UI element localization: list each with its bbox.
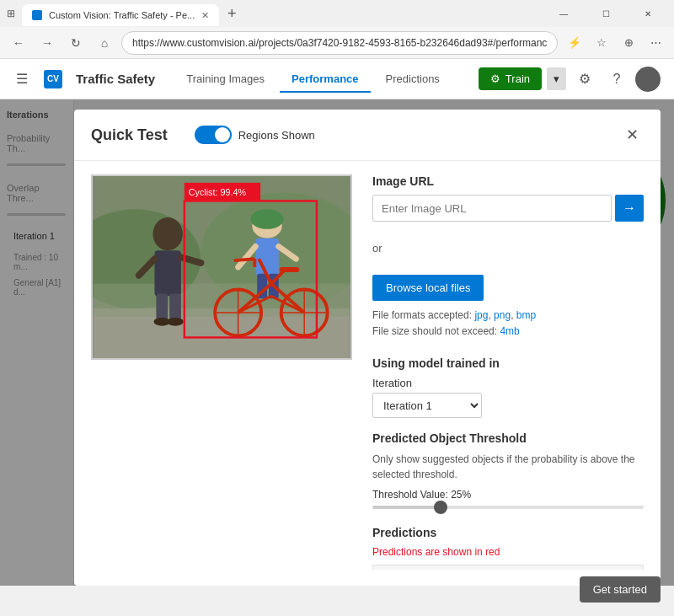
forward-button[interactable]: → [35,31,59,55]
threshold-description: Only show suggested objects if the proba… [372,452,644,482]
back-button[interactable]: ← [7,31,30,55]
threshold-title: Predicted Object Threshold [372,431,644,445]
file-formats-text: File formats accepted: [372,309,472,321]
preview-container: Cyclist: 99.4% [91,174,352,360]
quick-test-dropdown[interactable]: ▾ [547,67,566,90]
file-size-link[interactable]: 4mb [500,325,519,337]
browse-files-button[interactable]: Browse local files [372,275,484,301]
app-logo: CV [44,70,62,88]
threshold-slider-container [372,506,644,509]
modal-header: Quick Test Regions Shown ✕ [74,110,661,161]
nav-training-images[interactable]: Training Images [174,66,276,92]
using-model-section: Using model trained in Iteration Iterati… [372,356,644,418]
refresh-button[interactable]: ↻ [64,31,88,55]
modal-body: Cyclist: 99.4% Image URL → or Browse loc… [74,161,661,583]
predictions-table: Tag Probability Cyclist Cyclist 99.4% [372,565,644,570]
tab-favicon [32,10,42,20]
title-bar-controls: — ☐ ✕ [544,0,667,27]
url-input[interactable] [121,31,558,55]
url-go-button[interactable]: → [615,195,644,222]
maximize-button[interactable]: ☐ [586,0,625,27]
header-actions: ⚙ Train ▾ ⚙ ? [479,66,661,93]
threshold-section: Predicted Object Threshold Only show sug… [372,431,644,512]
svg-point-8 [153,217,183,250]
tag-column-header: Tag [373,565,527,570]
image-preview: Cyclist: 99.4% [91,174,352,570]
home-button[interactable]: ⌂ [93,31,116,55]
minimize-button[interactable]: — [544,0,583,27]
get-started-button[interactable]: Get started [580,576,661,603]
file-info: File formats accepted: jpg, png, bmp Fil… [372,308,644,340]
predictions-section: Predictions Predictions are shown in red… [372,526,644,570]
predictions-description: Predictions are shown in red [372,546,644,558]
train-button[interactable]: ⚙ Train [479,67,542,90]
svg-point-15 [167,318,184,326]
jpg-link[interactable]: jpg [474,309,488,321]
header-nav: Training Images Performance Predictions [174,66,452,92]
svg-text:Cyclist: 99.4%: Cyclist: 99.4% [189,187,247,197]
browser-title-bar: ⊞ Custom Vision: Traffic Safety - Pe... … [0,0,674,27]
tab-title: Custom Vision: Traffic Safety - Pe... [49,10,195,20]
close-button[interactable]: ✕ [629,0,667,27]
help-icon-button[interactable]: ? [603,66,630,93]
png-link[interactable]: png [494,309,511,321]
collections-icon[interactable]: ⊕ [617,31,640,55]
browse-section: Browse local files File formats accepted… [372,275,644,340]
toggle-knob [215,127,230,142]
svg-rect-33 [280,267,300,272]
svg-rect-9 [154,250,180,296]
nav-performance[interactable]: Performance [280,66,370,92]
address-bar-icons: ⚡ ☆ ⊕ ⋯ [563,31,667,55]
iteration-label: Iteration [372,377,644,389]
modal-title: Quick Test [91,126,168,144]
probability-column-header: Probability [527,565,644,570]
main-content: Iterations Probability Th... Overlap Thr… [0,99,674,586]
bmp-link[interactable]: bmp [516,309,536,321]
image-url-section: Image URL → [372,174,644,222]
file-size-text: File size should not exceed: [372,325,497,337]
new-tab-button[interactable]: + [219,1,244,26]
image-url-title: Image URL [372,174,644,188]
extensions-icon[interactable]: ⋯ [644,31,667,55]
settings-icon-button[interactable]: ⚙ [571,66,598,93]
predictions-color-indicator: red [485,546,500,558]
threshold-value: Threshold Value: 25% [372,489,644,501]
train-icon: ⚙ [490,72,500,85]
threshold-thumb[interactable] [434,501,447,514]
quick-test-modal: Quick Test Regions Shown ✕ [74,110,661,586]
image-url-input[interactable] [372,195,612,222]
reader-mode-icon[interactable]: ⚡ [563,31,586,55]
sidebar-toggle-icon[interactable]: ☰ [13,71,30,88]
tab-bar-area: Custom Vision: Traffic Safety - Pe... ✕ … [22,1,538,26]
window-icon: ⊞ [7,8,15,19]
or-divider: or [372,242,644,254]
svg-line-30 [234,259,255,260]
avatar[interactable] [635,67,661,92]
scene-svg: Cyclist: 99.4% [93,176,350,358]
svg-point-17 [250,209,283,229]
predictions-title: Predictions [372,526,644,539]
modal-close-button[interactable]: ✕ [620,123,644,147]
url-input-row: → [372,195,644,222]
nav-predictions[interactable]: Predictions [374,66,452,92]
iteration-dropdown: Iteration Iteration 1 Iteration 2 [372,377,644,418]
right-panel: Image URL → or Browse local files File f… [372,174,644,570]
app-header: ☰ CV Traffic Safety Training Images Perf… [0,59,674,99]
tab-close-icon[interactable]: ✕ [201,10,209,21]
favorites-icon[interactable]: ☆ [590,31,613,55]
toggle-container: Regions Shown [195,126,315,144]
svg-rect-18 [255,238,278,276]
iteration-select[interactable]: Iteration 1 Iteration 2 [372,393,482,418]
project-title: Traffic Safety [76,72,155,86]
browser-tab[interactable]: Custom Vision: Traffic Safety - Pe... ✕ [22,4,219,26]
regions-toggle[interactable] [195,126,232,144]
address-bar: ← → ↻ ⌂ ⚡ ☆ ⊕ ⋯ [0,27,674,59]
svg-rect-7 [94,284,350,317]
toggle-label: Regions Shown [238,129,315,142]
using-model-title: Using model trained in [372,356,644,370]
threshold-fill [372,506,441,509]
